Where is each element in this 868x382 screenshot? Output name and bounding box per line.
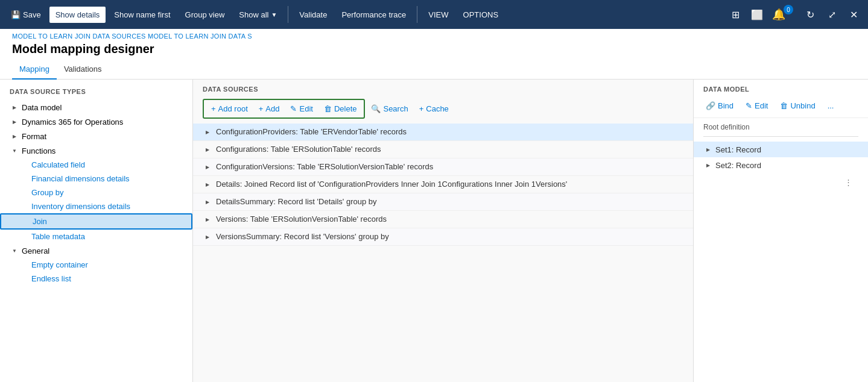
performance-trace-button[interactable]: Performance trace [335,7,412,23]
data-item-config-providers[interactable]: ConfigurationProviders: Table 'ERVendorT… [193,124,693,141]
chevron-right-icon [203,197,212,207]
content-layout: DATA SOURCE TYPES Data model Dynamics 36… [0,80,868,382]
save-label: Save [23,10,41,19]
right-action-bar: 🔗 Bind ✎ Edit 🗑 Unbind ... [694,96,868,118]
options-button[interactable]: OPTIONS [457,7,505,23]
view-button[interactable]: VIEW [422,7,454,23]
save-button[interactable]: 💾 Save [5,7,47,23]
show-all-button[interactable]: Show all ▼ [233,7,283,23]
add-button[interactable]: + Add [254,101,285,116]
tab-validations[interactable]: Validations [57,61,109,80]
sidebar-item-general[interactable]: General [0,243,192,258]
options-label: OPTIONS [463,10,499,19]
chevron-right-icon [703,145,713,154]
right-panel: DATA MODEL 🔗 Bind ✎ Edit 🗑 Unbind ... [693,80,868,382]
edit-icon: ✎ [746,101,752,110]
refresh-button[interactable]: ↻ [800,5,820,24]
chevron-right-icon [203,162,212,172]
validate-button[interactable]: Validate [293,7,333,23]
data-item-config-versions[interactable]: ConfigurationVersions: Table 'ERSolution… [193,158,693,176]
chevron-right-icon [10,102,19,112]
link-icon: 🔗 [706,101,715,110]
main-content: MODEL TO LEARN JOIN DATA SOURCES MODEL T… [0,29,868,382]
data-items-list: ConfigurationProviders: Table 'ERVendorT… [193,124,693,382]
sidebar-item-empty-container[interactable]: Empty container [0,258,192,272]
plus-icon: + [211,104,216,113]
show-details-label: Show details [55,10,100,19]
chevron-right-icon [203,145,212,154]
validate-label: Validate [299,10,327,19]
sidebar-item-dynamics365[interactable]: Dynamics 365 for Operations [0,114,192,129]
data-item-configurations[interactable]: Configurations: Table 'ERSolutionTable' … [193,141,693,158]
chevron-down-icon [10,146,19,155]
search-icon: 🔍 [371,104,381,113]
sidebar-item-functions[interactable]: Functions [0,143,192,158]
add-root-button[interactable]: + Add root [206,101,253,116]
toolbar-separator-1 [288,6,288,23]
show-details-button[interactable]: Show details [49,7,106,23]
action-bar: + Add root + Add ✎ Edit 🗑 Delete [193,96,693,124]
toolbar-separator-2 [417,6,417,23]
chevron-down-icon: ▼ [271,11,277,18]
primary-actions-group: + Add root + Add ✎ Edit 🗑 Delete [203,99,365,119]
vertical-dots-menu[interactable]: ⋮ [840,175,858,189]
sidebar-item-financial-dimensions[interactable]: Financial dimensions details [0,172,192,186]
chevron-right-icon [203,180,212,189]
unbind-icon: 🗑 [780,101,788,110]
expand-button[interactable]: ⤢ [822,5,841,24]
datamodel-title: DATA MODEL [694,80,868,96]
show-name-first-label: Show name first [114,10,170,19]
more-button[interactable]: ... [823,99,839,113]
chevron-right-icon [203,214,212,224]
datasource-types-title: DATA SOURCE TYPES [0,86,192,100]
chevron-right-icon [10,117,19,127]
edit-icon: ✎ [290,104,297,113]
close-button[interactable]: ✕ [844,5,863,24]
cache-button[interactable]: + Cache [414,101,454,116]
search-button[interactable]: 🔍 Search [366,101,413,116]
group-view-button[interactable]: Group view [179,7,231,23]
notification-area: 🔔 0 [769,5,798,24]
sidebar-item-endless-list[interactable]: Endless list [0,272,192,286]
sidebar-item-calculated-field[interactable]: Calculated field [0,158,192,172]
main-toolbar: 💾 Save Show details Show name first Grou… [0,0,868,29]
unbind-button[interactable]: 🗑 Unbind [775,99,820,113]
breadcrumb: MODEL TO LEARN JOIN DATA SOURCES MODEL T… [0,29,868,41]
plus-icon: + [259,104,264,113]
edit-button[interactable]: ✎ Edit [285,101,317,116]
group-view-label: Group view [185,10,225,19]
connect-icon-button[interactable]: ⊞ [726,5,745,24]
tab-mapping[interactable]: Mapping [12,61,57,80]
middle-panel: DATA SOURCES + Add root + Add ✎ Edit [193,80,693,382]
bind-button[interactable]: 🔗 Bind [701,99,738,113]
right-tree-item-set2[interactable]: Set2: Record [694,157,868,173]
sidebar-item-group-by[interactable]: Group by [0,186,192,199]
sidebar-item-inventory-dimensions[interactable]: Inventory dimensions details [0,199,192,213]
data-item-versions[interactable]: Versions: Table 'ERSolutionVersionTable'… [193,211,693,228]
chevron-right-icon [203,127,212,137]
delete-button[interactable]: 🗑 Delete [319,101,362,116]
page-title: Model mapping designer [0,41,868,61]
sidebar-item-table-metadata[interactable]: Table metadata [0,230,192,243]
right-edit-button[interactable]: ✎ Edit [741,99,773,113]
office-icon-button[interactable]: ⬜ [747,5,767,24]
data-item-details-summary[interactable]: DetailsSummary: Record list 'Details' gr… [193,193,693,211]
data-item-details[interactable]: Details: Joined Record list of 'Configur… [193,176,693,193]
delete-icon: 🗑 [324,104,332,113]
chevron-right-icon [203,232,212,242]
chevron-right-icon [10,131,19,141]
sidebar-item-join[interactable]: Join [0,213,192,230]
save-icon: 💾 [11,10,21,19]
datasources-title: DATA SOURCES [193,80,693,96]
sidebar-item-data-model[interactable]: Data model [0,100,192,114]
root-definition-label: Root definition [694,118,868,136]
plus-icon: + [419,104,424,113]
data-item-versions-summary[interactable]: VersionsSummary: Record list 'Versions' … [193,228,693,246]
sidebar-item-format[interactable]: Format [0,129,192,143]
right-tree-item-set1[interactable]: Set1: Record [694,142,868,157]
right-tree-list: Set1: Record Set2: Record ⋮ [694,137,868,382]
show-name-first-button[interactable]: Show name first [108,7,176,23]
show-all-label: Show all [239,10,268,19]
view-label: VIEW [428,10,448,19]
chevron-right-icon [703,160,713,170]
